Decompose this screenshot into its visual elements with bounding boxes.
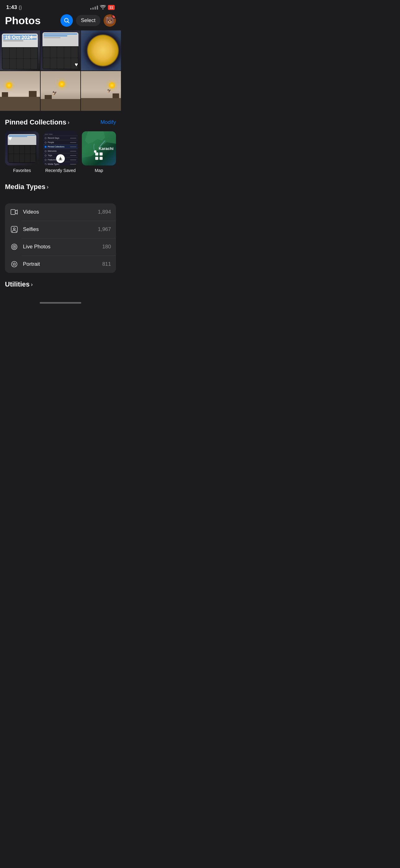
date-label: 16 Oct 2024 [0,33,37,42]
select-button[interactable]: Select [76,15,100,26]
sun-dot [6,82,12,89]
portrait-icon [10,260,19,269]
wifi-icon [100,5,106,10]
collection-recently-saved-label: Recently Saved [45,168,76,173]
signal-icon [90,6,98,10]
dark-section: Pinned Collections › Modify [0,111,121,298]
download-icon [56,154,65,163]
pinned-collections-arrow: › [68,119,69,126]
photo-grid: ♥ 🦅 🦅 [0,30,121,111]
collection-favorites-label: Favorites [13,168,31,173]
svg-point-8 [13,228,15,230]
photo-cell-sky2[interactable]: 🦅 [41,71,80,111]
notification-badge: ! [112,14,116,19]
photo-cell-sky1[interactable] [0,71,40,111]
collection-favorites[interactable]: ♥ Favorites [5,131,39,173]
videos-label: Videos [23,209,93,215]
selfie-icon [10,225,19,234]
collection-map-label: Map [95,168,103,173]
svg-rect-3 [100,152,103,156]
media-types-list: Videos 1,894 Selfies 1,967 [5,203,116,273]
svg-rect-4 [95,157,98,160]
search-icon [64,18,69,23]
svg-rect-6 [11,210,15,215]
selfies-label: Selfies [23,226,93,232]
page-header: Photos Select 🐻 ! [0,13,121,30]
media-types-title[interactable]: Media Types › [5,183,48,191]
svg-point-0 [65,18,68,22]
status-time: 1:43 {} [6,4,22,10]
live-photos-count: 180 [102,244,111,250]
media-types-arrow: › [46,184,48,190]
svg-rect-2 [95,152,98,156]
home-indicator [0,298,121,306]
home-bar [40,302,81,304]
svg-point-11 [14,246,15,247]
collection-thumb-map: Karachi [82,131,116,165]
live-photos-icon [10,243,19,251]
photo-cell-moon[interactable] [81,30,121,70]
map-grid-icon [95,152,103,162]
collection-map[interactable]: Karachi Map [82,131,116,173]
media-type-videos[interactable]: Videos 1,894 [5,203,116,221]
avatar-button[interactable]: 🐻 ! [104,14,116,27]
live-photos-label: Live Photos [23,244,98,250]
portrait-count: 811 [102,261,111,267]
portrait-label: Portrait [23,261,98,267]
media-type-portrait[interactable]: Portrait 811 [5,255,116,273]
collections-scroll[interactable]: ♥ Favorites your view. Recent Days [0,131,121,173]
status-icons: 11 [90,5,115,10]
photo-cell-sky3[interactable]: 🦅 [81,71,121,111]
recently-saved-content: your view. Recent Days People Pin [43,131,77,165]
svg-line-1 [68,22,69,23]
media-type-live-photos[interactable]: Live Photos 180 [5,238,116,255]
collection-recently-saved[interactable]: your view. Recent Days People Pin [43,131,77,173]
selfies-count: 1,967 [98,226,111,232]
collection-thumb-favorites: ♥ [5,131,39,165]
battery-icon: 11 [108,5,115,10]
header-actions: Select 🐻 ! [61,14,116,27]
utilities-arrow: › [31,281,33,288]
status-bar: 1:43 {} 11 [0,0,121,13]
media-types-header: Media Types › [0,173,121,196]
videos-count: 1,894 [98,209,111,215]
photo-cell-calculator2[interactable]: ♥ [41,30,80,70]
video-icon [10,208,19,216]
utilities-title[interactable]: Utilities › [5,280,116,288]
media-type-selfies[interactable]: Selfies 1,967 [5,221,116,238]
page-title: Photos [5,14,41,27]
sun-dot [59,81,65,87]
pinned-collections-header: Pinned Collections › Modify [0,111,121,131]
svg-rect-5 [100,157,103,160]
favorite-heart-icon: ♥ [75,61,78,68]
favorites-heart-icon: ♥ [8,134,12,143]
pinned-collections-title[interactable]: Pinned Collections › [5,118,69,126]
collection-thumb-recently-saved: your view. Recent Days People Pin [43,131,77,165]
utilities-section: Utilities › [0,273,121,292]
photo-grid-section: 16 Oct 2024 [0,30,121,111]
modify-button[interactable]: Modify [100,119,116,125]
sun-dot [109,82,115,89]
map-city-label: Karachi [99,146,113,151]
search-button[interactable] [61,14,73,27]
